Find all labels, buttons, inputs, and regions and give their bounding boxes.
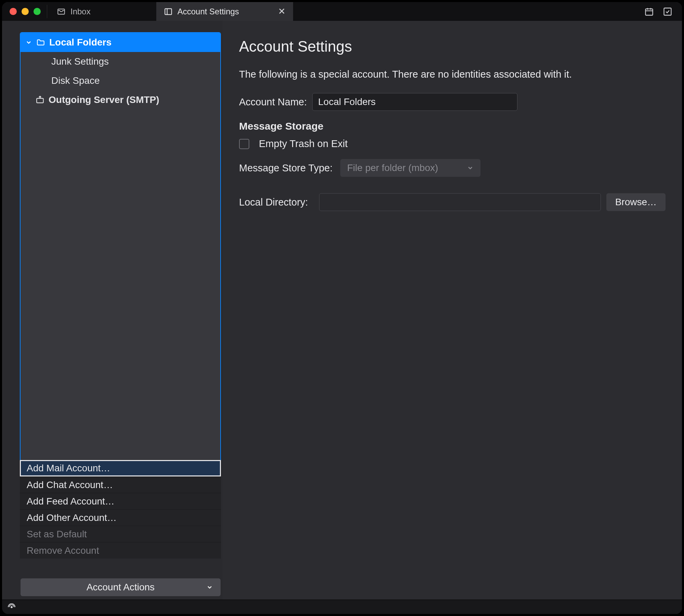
account-actions-button[interactable]: Account Actions: [21, 578, 221, 596]
menu-add-mail-account[interactable]: Add Mail Account…: [20, 460, 221, 476]
tasks-icon[interactable]: [663, 7, 672, 16]
message-storage-heading: Message Storage: [239, 120, 666, 132]
menu-item-label: Add Chat Account…: [27, 480, 113, 490]
menu-item-label: Add Other Account…: [27, 512, 117, 523]
folder-icon: [36, 38, 45, 47]
tree-node-label: Local Folders: [49, 37, 111, 48]
inbox-icon: [57, 7, 66, 16]
tree-node-disk-space[interactable]: Disk Space: [21, 71, 220, 90]
store-type-select[interactable]: File per folder (mbox): [340, 159, 481, 177]
account-name-row: Account Name:: [239, 93, 666, 111]
select-value: File per folder (mbox): [347, 162, 438, 173]
tree-node-local-folders[interactable]: Local Folders: [21, 33, 220, 52]
tab-label: Inbox: [70, 7, 91, 16]
window-controls: [2, 2, 45, 21]
app-window: Inbox Account Settings ✕: [2, 2, 682, 614]
local-directory-label: Local Directory:: [239, 197, 314, 208]
menu-item-label: Remove Account: [27, 545, 99, 556]
tab-inbox[interactable]: Inbox: [49, 2, 98, 21]
empty-trash-row: Empty Trash on Exit: [239, 138, 666, 149]
local-directory-row: Local Directory: Browse…: [239, 193, 666, 211]
main-panel: Account Settings The following is a spec…: [223, 21, 682, 600]
empty-trash-label: Empty Trash on Exit: [259, 138, 348, 149]
menu-item-label: Set as Default: [27, 529, 87, 540]
tree-node-smtp[interactable]: Outgoing Server (SMTP): [21, 90, 220, 109]
chevron-down-icon: [206, 584, 213, 591]
svg-rect-8: [37, 99, 43, 103]
content-area: Local Folders Junk Settings Disk Space: [2, 21, 682, 600]
chevron-down-icon: [25, 39, 32, 46]
svg-point-9: [11, 606, 12, 608]
menu-item-label: Add Feed Account…: [27, 496, 115, 507]
button-label: Account Actions: [87, 582, 155, 593]
svg-rect-7: [664, 8, 671, 15]
status-bar: [2, 600, 682, 614]
account-name-input[interactable]: [312, 93, 517, 111]
close-tab-button[interactable]: ✕: [278, 6, 286, 17]
page-title: Account Settings: [239, 38, 666, 55]
svg-rect-1: [165, 9, 172, 14]
tree-node-label: Disk Space: [51, 75, 100, 86]
menu-set-default: Set as Default: [20, 526, 221, 542]
titlebar: Inbox Account Settings ✕: [2, 2, 682, 21]
menu-add-other-account[interactable]: Add Other Account…: [20, 509, 221, 526]
sidebar: Local Folders Junk Settings Disk Space: [2, 21, 223, 600]
tree-node-junk-settings[interactable]: Junk Settings: [21, 52, 220, 71]
menu-add-chat-account[interactable]: Add Chat Account…: [20, 476, 221, 493]
empty-trash-checkbox[interactable]: [239, 139, 249, 149]
account-actions-menu: Add Mail Account… Add Chat Account… Add …: [20, 460, 221, 559]
tab-account-settings[interactable]: Account Settings ✕: [156, 2, 293, 21]
minimize-window-button[interactable]: [22, 8, 29, 15]
chevron-down-icon: [467, 165, 474, 171]
calendar-icon[interactable]: [644, 7, 654, 16]
local-directory-input[interactable]: [319, 193, 601, 211]
account-name-label: Account Name:: [239, 96, 307, 108]
menu-item-label: Add Mail Account…: [27, 463, 110, 474]
tab-label: Account Settings: [177, 7, 239, 16]
zoom-window-button[interactable]: [34, 8, 41, 15]
button-label: Browse…: [615, 197, 657, 208]
menu-remove-account: Remove Account: [20, 542, 221, 559]
browse-button[interactable]: Browse…: [606, 193, 666, 211]
close-window-button[interactable]: [10, 8, 17, 15]
settings-panel-icon: [164, 7, 173, 16]
activity-icon[interactable]: [8, 603, 16, 611]
menu-add-feed-account[interactable]: Add Feed Account…: [20, 493, 221, 509]
tree-node-label: Outgoing Server (SMTP): [49, 94, 159, 105]
page-description: The following is a special account. Ther…: [239, 69, 666, 80]
tree-node-label: Junk Settings: [51, 56, 109, 67]
store-type-label: Message Store Type:: [239, 162, 335, 174]
svg-rect-3: [646, 9, 653, 15]
outgoing-icon: [36, 95, 44, 104]
separator: [47, 5, 47, 18]
store-type-row: Message Store Type: File per folder (mbo…: [239, 159, 666, 177]
